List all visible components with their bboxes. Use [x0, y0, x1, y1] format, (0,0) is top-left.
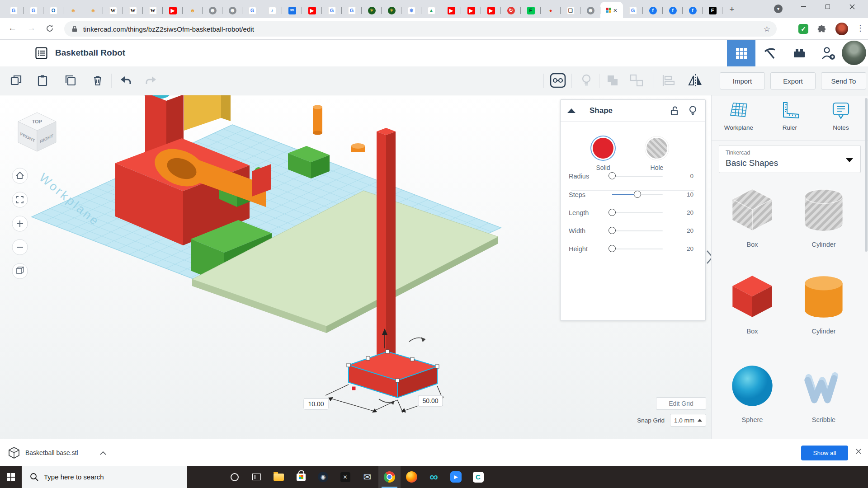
paste-icon[interactable] [36, 74, 49, 89]
tab-close-icon[interactable]: × [613, 7, 618, 14]
invite-person-icon[interactable] [814, 40, 843, 66]
window-minimize-button[interactable] [793, 0, 814, 14]
chrome-taskbar-icon[interactable] [378, 466, 401, 488]
tomato-tab[interactable]: ● [541, 3, 561, 18]
home-view-button[interactable] [12, 168, 28, 183]
selected-red-base[interactable] [349, 352, 437, 398]
shape-cylinder-solid[interactable]: Cylinder [790, 272, 858, 335]
taskbar-search-box[interactable]: Type here to search [22, 466, 187, 488]
show-all-glasses-icon[interactable] [550, 73, 566, 90]
panel-collapse-button[interactable] [561, 100, 582, 121]
zoom-out-button[interactable] [12, 239, 28, 255]
emoji-tab[interactable]: ☻ [63, 3, 83, 18]
workplane-tool[interactable]: Workplane [718, 102, 759, 131]
robot-model[interactable] [115, 95, 498, 380]
microsoft-store-taskbar-icon[interactable] [290, 466, 312, 488]
view-cube[interactable]: TOP FRONT RIGHT [18, 113, 56, 151]
task-view-taskbar-icon[interactable] [245, 466, 268, 488]
google-tab[interactable]: G [242, 3, 262, 18]
google-tab[interactable]: G [342, 3, 362, 18]
lego-brick-icon[interactable] [785, 40, 814, 66]
forward-icon[interactable]: → [27, 23, 36, 33]
google-tab[interactable]: G [623, 3, 643, 18]
file-explorer-taskbar-icon[interactable] [268, 466, 290, 488]
shape-box-hole[interactable]: Box [718, 186, 786, 248]
design-title[interactable]: Basketball Robot [55, 48, 125, 58]
url-text[interactable]: tinkercad.com/things/bzZ2siwsOfm-basketb… [83, 25, 254, 33]
window-restore-button[interactable] [817, 0, 838, 14]
download-caret-icon[interactable] [100, 451, 106, 455]
group-icon[interactable] [606, 74, 620, 89]
show-all-downloads-button[interactable]: Show all [801, 446, 848, 460]
video-app-taskbar-icon[interactable]: ▶ [445, 466, 467, 488]
sync-tab[interactable]: ↻ [501, 3, 521, 18]
ungroup-icon[interactable] [629, 74, 644, 89]
import-button[interactable]: Import [720, 72, 765, 89]
undo-icon[interactable] [118, 74, 132, 89]
shape-library-dropdown[interactable]: Tinkercad Basic Shapes [719, 145, 861, 173]
google-translate-tab[interactable]: G [24, 3, 43, 18]
yellow-box[interactable] [184, 95, 221, 131]
google-translate-tab[interactable]: G [4, 3, 24, 18]
export-button[interactable]: Export [770, 72, 816, 89]
globe-tab[interactable]: ⊕ [222, 3, 242, 18]
steps-slider[interactable] [612, 194, 663, 195]
back-icon[interactable]: ← [8, 23, 17, 33]
snap-grid-dropdown[interactable]: 1.0 mm [670, 414, 706, 427]
globe-tab[interactable]: ⊕ [203, 3, 222, 18]
download-filename[interactable]: Basketball base.stl [25, 449, 78, 456]
extensions-puzzle-icon[interactable] [817, 24, 827, 36]
facebook-tab[interactable]: f [643, 3, 663, 18]
mail-taskbar-icon[interactable]: ✉ [356, 466, 378, 488]
shape-sphere[interactable]: Sphere [718, 361, 786, 423]
fit-view-button[interactable] [12, 192, 28, 207]
redo-icon[interactable] [145, 74, 158, 89]
notes-tool[interactable]: Notes [821, 102, 861, 131]
emblem-seal-tab[interactable]: ✶ [382, 3, 401, 18]
solid-material-swatch[interactable] [593, 138, 613, 159]
wikipedia-tab[interactable]: W [123, 3, 143, 18]
mirror-flip-icon[interactable] [687, 73, 703, 89]
infinity-app-taskbar-icon[interactable]: ∞ [423, 466, 445, 488]
window-close-button[interactable] [842, 0, 863, 14]
extension-check-icon[interactable]: ✓ [798, 24, 808, 34]
download-item[interactable]: Basketball base.stl [8, 444, 106, 462]
radius-slider[interactable] [612, 176, 663, 177]
emoji-tab[interactable]: ☻ [183, 3, 203, 18]
firefox-taskbar-icon[interactable] [401, 466, 423, 488]
browser-profile-avatar[interactable] [835, 23, 848, 35]
minecraft-pickaxe-icon[interactable] [755, 40, 784, 66]
sidebar-scrollbar[interactable] [865, 98, 868, 252]
google-tab[interactable]: G [322, 3, 342, 18]
design-menu-icon[interactable] [35, 47, 47, 61]
width-slider[interactable] [612, 230, 663, 231]
shape-cylinder-hole[interactable]: Cylinder [790, 186, 858, 248]
bookmark-star-icon[interactable]: ☆ [764, 24, 770, 34]
align-icon[interactable] [661, 74, 675, 89]
flower-tab[interactable]: ❄ [401, 3, 421, 18]
shape-box-solid[interactable]: Box [718, 272, 786, 335]
game-center-taskbar-icon[interactable]: ✕ [334, 466, 356, 488]
user-avatar[interactable] [842, 41, 866, 65]
hole-material-swatch[interactable] [646, 138, 667, 159]
wikipedia-tab[interactable]: W [143, 3, 163, 18]
edit-grid-button[interactable]: Edit Grid [656, 397, 706, 410]
lock-icon[interactable] [670, 106, 679, 118]
globe-tab[interactable]: ⊕ [580, 3, 600, 18]
length-slider[interactable] [612, 212, 663, 213]
media-controls-icon[interactable]: ▾ [774, 5, 783, 13]
zoom-in-button[interactable] [12, 216, 28, 231]
perspective-toggle-button[interactable] [12, 263, 28, 279]
cortana-taskbar-icon[interactable] [223, 466, 245, 488]
text-to-speech-tab[interactable]: ♪ [262, 3, 282, 18]
forbes-tab[interactable]: F [703, 3, 722, 18]
reload-icon[interactable] [45, 24, 54, 35]
download-bar-close-icon[interactable] [855, 448, 862, 456]
facebook-tab[interactable]: f [663, 3, 683, 18]
browser-menu-kebab-icon[interactable]: ⋮ [856, 23, 864, 33]
duplicate-icon[interactable] [64, 74, 77, 89]
screenshot-tool-tab[interactable]: ❏ [561, 3, 580, 18]
start-button[interactable] [0, 466, 22, 488]
delete-trash-icon[interactable] [91, 74, 104, 89]
emoji-tab[interactable]: ☻ [83, 3, 103, 18]
